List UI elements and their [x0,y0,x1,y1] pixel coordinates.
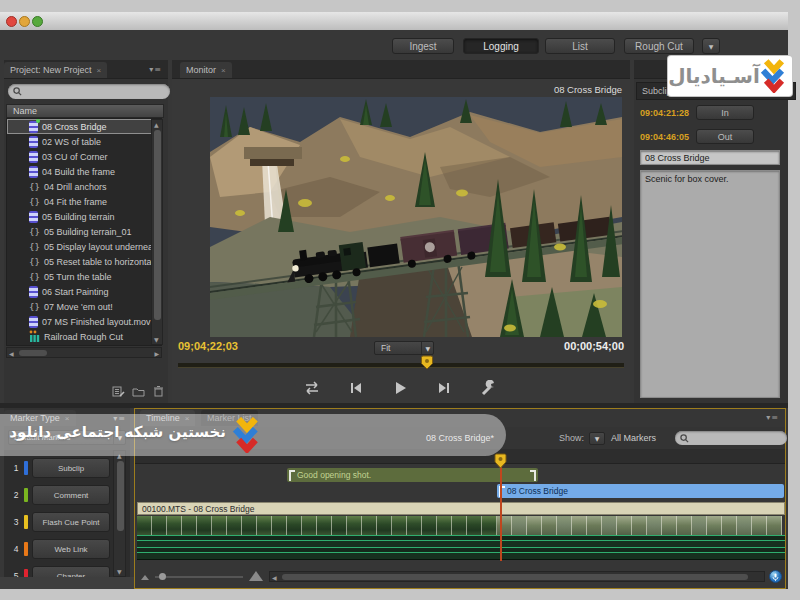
marker-color-swatch [24,515,28,529]
scroll-left-icon[interactable]: ◀ [272,574,277,581]
toolbar-button-list[interactable]: List [545,38,615,54]
subclip-marker-bar[interactable]: 08 Cross Bridge [497,484,784,498]
subclip-description-field[interactable]: Scenic for box cover. [640,170,780,398]
project-item-row[interactable]: 03 CU of Corner [7,149,161,164]
new-bin-folder-icon[interactable] [132,385,145,398]
filmstrip-frame-thumbnail [287,516,302,535]
timeline-zoom-thumb[interactable] [159,573,166,580]
filmstrip-frame-thumbnail [767,516,782,535]
project-item-row[interactable]: {}05 Reset table to horizontal [7,254,161,269]
trash-icon[interactable] [152,385,165,398]
project-item-row[interactable]: {}05 Turn the table [7,269,161,284]
project-item-row[interactable]: 06 Start Painting [7,284,161,299]
filmstrip-frame-thumbnail [752,516,767,535]
watermark-brand-text: آسـیادیال [668,64,760,88]
timeline-playhead-line[interactable] [500,457,502,561]
marker-search-input[interactable] [692,431,782,445]
close-icon[interactable]: × [221,66,226,75]
project-item-row[interactable]: 02 WS of table [7,134,161,149]
marker-filter-dropdown[interactable]: ▼ [589,432,605,445]
close-icon[interactable]: × [97,66,102,75]
filmstrip-frame-thumbnail [152,516,167,535]
video-track-filmstrip[interactable] [137,516,785,535]
zoom-out-icon[interactable] [141,573,149,580]
filmstrip-frame-thumbnail [227,516,242,535]
project-item-row[interactable]: {}07 Move 'em out! [7,299,161,314]
scroll-down-icon[interactable]: ▼ [117,568,122,575]
scroll-up-icon[interactable]: ▲ [154,121,159,128]
filmstrip-frame-thumbnail [542,516,557,535]
step-forward-icon[interactable] [432,380,456,396]
monitor-duration-timecode: 00;00;54;00 [534,340,624,352]
subclip-name-field[interactable] [640,150,780,165]
scroll-right-icon[interactable]: ▶ [154,350,159,357]
minimize-window-button[interactable] [19,16,30,27]
marker-button-chapter[interactable]: Chapter [32,566,110,577]
timeline-clip-header[interactable]: 00100.MTS - 08 Cross Bridge [137,502,785,515]
project-item-row[interactable]: 08 Cross Bridge [7,119,161,134]
marker-button-web-link[interactable]: Web Link [32,539,110,559]
project-item-row[interactable]: 05 Building terrain [7,209,161,224]
scroll-left-icon[interactable]: ◀ [9,350,14,357]
marker-button-comment[interactable]: Comment [32,485,110,505]
step-back-icon[interactable] [344,380,368,396]
scroll-down-icon[interactable]: ▼ [154,336,159,343]
filmstrip-frame-thumbnail [737,516,752,535]
close-window-button[interactable] [6,16,17,27]
project-item-row[interactable]: {}05 Building terrain_01 [7,224,161,239]
project-hscrollbar[interactable]: ◀ ▶ [6,347,162,358]
timeline-hscrollbar[interactable]: ◀ [269,571,765,582]
project-clip-list: 08 Cross Bridge02 WS of table03 CU of Co… [6,118,162,346]
marker-scrollbar[interactable]: ▲ ▼ [113,450,126,577]
mark-out-button[interactable]: Out [696,129,754,144]
name-column-header[interactable]: Name [6,104,164,118]
project-item-row[interactable]: 04 Build the frame [7,164,161,179]
filmstrip-frame-thumbnail [302,516,317,535]
scrollbar-thumb[interactable] [282,574,748,580]
settings-wrench-icon[interactable] [476,380,500,396]
watermark-tagline: نخستین شبکه اجتماعی دانلود [8,423,226,441]
project-tab-label: Project: New Project [10,65,92,75]
tab-project[interactable]: Project: New Project× [4,62,107,78]
project-search-input[interactable] [25,85,165,99]
toolbar-button-logging[interactable]: Logging [463,38,539,54]
audio-info-icon[interactable] [769,570,782,583]
zoom-window-button[interactable] [32,16,43,27]
search-icon [680,434,689,443]
subclip-braces-icon: {} [29,302,40,312]
play-icon[interactable] [388,380,412,396]
tab-monitor[interactable]: Monitor× [180,62,232,78]
project-item-row[interactable]: {}04 Drill anchors [7,179,161,194]
project-item-row[interactable]: Railroad Rough Cut [7,329,161,344]
mark-in-button[interactable]: In [696,105,754,120]
timeline-playhead-pin[interactable] [494,453,507,469]
project-item-label: 04 Drill anchors [44,182,107,192]
timeline-zoom-track[interactable] [155,576,243,578]
marker-button-flash-cue-point[interactable]: Flash Cue Point [32,512,110,532]
monitor-current-timecode: 09;04;22;03 [178,340,238,352]
panel-menu-icon[interactable]: ▾≡ [766,413,779,422]
toolbar-button-ingest[interactable]: Ingest [392,38,454,54]
scrollbar-thumb[interactable] [154,130,161,320]
monitor-scrubber-track[interactable] [178,363,624,368]
zoom-in-icon[interactable] [249,571,263,581]
marker-button-subclip[interactable]: Subclip [32,458,110,478]
scrollbar-thumb[interactable] [19,350,47,356]
audio-track-2[interactable] [137,547,785,560]
zoom-fit-dropdown[interactable]: Fit ▼ [374,341,434,355]
marker-list-icon[interactable] [112,385,125,398]
monitor-playhead-pin[interactable] [421,355,433,370]
scrollbar-thumb[interactable] [117,461,124,531]
project-item-label: 05 Building terrain_01 [44,227,132,237]
project-scrollbar[interactable]: ▲ ▼ [151,119,163,345]
marker-buttons-area: 1Subclip2Comment3Flash Cue Point4Web Lin… [4,450,130,577]
project-item-row[interactable]: {}05 Display layout underneath [7,239,161,254]
workspace-more-button[interactable]: ▼ [702,38,720,54]
toolbar-button-rough-cut[interactable]: Rough Cut [624,38,694,54]
loop-playback-icon[interactable] [300,380,324,396]
project-item-row[interactable]: {}04 Fit the frame [7,194,161,209]
marker-search[interactable] [675,431,787,445]
project-search[interactable] [8,84,170,99]
panel-menu-icon[interactable]: ▾≡ [149,65,162,74]
project-item-row[interactable]: 07 MS Finished layout.mov [7,314,161,329]
